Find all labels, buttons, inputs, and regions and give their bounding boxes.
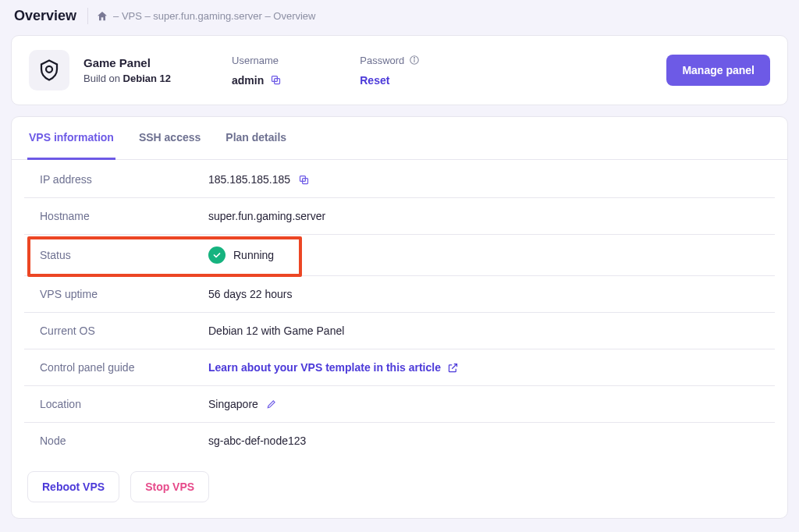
tab-vps-information[interactable]: VPS information [27, 117, 115, 160]
manage-panel-button[interactable]: Manage panel [666, 55, 770, 86]
external-link-icon [447, 362, 459, 374]
panel-card: Game Panel Build on Debian 12 Username a… [11, 35, 788, 105]
row-ip-address: IP address 185.185.185.185 [24, 161, 775, 198]
tabs: VPS information SSH access Plan details [12, 117, 787, 160]
row-uptime: VPS uptime 56 days 22 hours [24, 276, 775, 313]
page-title: Overview [14, 8, 88, 24]
location-value: Singapore [208, 398, 277, 410]
check-icon [208, 246, 225, 264]
guide-value: Learn about your VPS template in this ar… [208, 361, 459, 374]
tab-plan-details[interactable]: Plan details [224, 117, 288, 160]
tab-ssh-access[interactable]: SSH access [137, 117, 202, 160]
row-hostname: Hostname super.fun.gaming.server [24, 198, 775, 235]
svg-point-5 [414, 58, 415, 59]
row-location: Location Singapore [24, 386, 775, 423]
ip-value: 185.185.185.185 [208, 173, 310, 186]
hostname-value: super.fun.gaming.server [208, 210, 325, 222]
guide-link[interactable]: Learn about your VPS template in this ar… [208, 361, 459, 374]
username-label: Username [232, 55, 282, 66]
password-label: Password [360, 55, 420, 66]
guide-label: Control panel guide [27, 361, 208, 374]
info-icon[interactable] [409, 55, 420, 66]
row-guide: Control panel guide Learn about your VPS… [24, 349, 775, 386]
game-panel-icon [29, 50, 69, 90]
password-col: Password Reset [360, 55, 420, 87]
row-os: Current OS Debian 12 with Game Panel [24, 313, 775, 349]
location-label: Location [27, 398, 208, 410]
panel-text: Game Panel Build on Debian 12 [83, 56, 171, 84]
row-node: Node sg-abc-def-node123 [24, 423, 775, 459]
stop-vps-button[interactable]: Stop VPS [130, 471, 209, 502]
reboot-vps-button[interactable]: Reboot VPS [27, 471, 119, 502]
node-label: Node [27, 434, 208, 447]
breadcrumb-text: – VPS – super.fun.gaming.server – Overvi… [113, 10, 315, 22]
info-rows: IP address 185.185.185.185 Hostname supe… [12, 160, 787, 459]
os-value: Debian 12 with Game Panel [208, 325, 344, 337]
uptime-value: 56 days 22 hours [208, 288, 292, 300]
home-icon[interactable] [96, 10, 108, 23]
page-header: Overview – VPS – super.fun.gaming.server… [11, 0, 788, 35]
uptime-label: VPS uptime [27, 288, 208, 300]
os-label: Current OS [27, 325, 208, 337]
username-value: admin [232, 74, 282, 87]
reset-password-link[interactable]: Reset [360, 74, 420, 87]
ip-label: IP address [27, 173, 208, 186]
node-value: sg-abc-def-node123 [208, 434, 306, 447]
panel-title: Game Panel [83, 56, 171, 69]
main-card: VPS information SSH access Plan details … [11, 116, 788, 519]
panel-info: Username admin Password Reset [232, 55, 652, 87]
copy-icon[interactable] [270, 74, 282, 86]
breadcrumb: – VPS – super.fun.gaming.server – Overvi… [96, 10, 315, 23]
status-label: Status [27, 249, 208, 261]
pencil-icon[interactable] [266, 399, 277, 410]
panel-subtitle: Build on Debian 12 [83, 73, 171, 84]
svg-point-0 [46, 66, 52, 73]
row-status: Status Running [24, 235, 775, 276]
vps-actions: Reboot VPS Stop VPS [12, 459, 787, 502]
status-value: Running [208, 246, 274, 264]
username-col: Username admin [232, 55, 282, 87]
copy-icon[interactable] [298, 174, 310, 186]
hostname-label: Hostname [27, 210, 208, 222]
